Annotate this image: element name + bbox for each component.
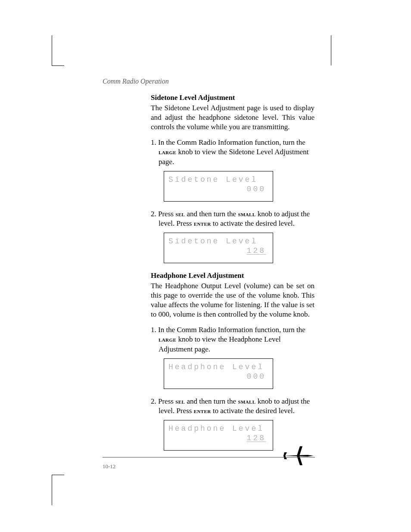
lcd-display-sidetone-000: Sidetone Level 000 bbox=[164, 171, 273, 202]
enter-label: enter bbox=[194, 408, 211, 414]
section2-step2: 2. Press sel and then turn the small kno… bbox=[151, 397, 314, 416]
step-text: 2. Press bbox=[151, 397, 175, 405]
step-text: and then turn the bbox=[185, 397, 238, 405]
footer-rule bbox=[103, 457, 315, 457]
section1-paragraph: The Sidetone Level Adjustment page is us… bbox=[151, 103, 314, 132]
lcd-line2: 128 bbox=[168, 433, 268, 443]
running-header: Comm Radio Operation bbox=[103, 78, 169, 85]
lcd-display-sidetone-128: Sidetone Level 128 bbox=[164, 233, 273, 263]
lcd-line1: Headphone Level bbox=[168, 424, 268, 434]
crop-mark-top-right bbox=[331, 35, 331, 65]
crop-mark-bottom-left bbox=[52, 475, 64, 505]
lcd-line1: Sidetone Level bbox=[168, 236, 268, 246]
lcd-line2: 000 bbox=[168, 184, 268, 194]
lcd-line2: 000 bbox=[168, 372, 268, 382]
lcd-display-headphone-128: Headphone Level 128 bbox=[164, 420, 273, 451]
page-number: 10-12 bbox=[103, 463, 115, 470]
sel-label: sel bbox=[175, 211, 185, 218]
lcd-display-headphone-000: Headphone Level 000 bbox=[164, 358, 273, 389]
small-knob-label: small bbox=[238, 211, 255, 218]
step-text: 1. In the Comm Radio Information functio… bbox=[151, 326, 305, 334]
page-body: Sidetone Level Adjustment The Sidetone L… bbox=[151, 90, 314, 458]
step-text: to activate the desired level. bbox=[211, 219, 295, 227]
step-text: 1. In the Comm Radio Information functio… bbox=[151, 138, 305, 146]
section1-step1: 1. In the Comm Radio Information functio… bbox=[151, 138, 314, 166]
crop-mark-top-left bbox=[52, 35, 64, 66]
lcd-line1: Headphone Level bbox=[168, 362, 268, 372]
large-knob-label: large bbox=[159, 149, 176, 156]
section-heading-headphone: Headphone Level Adjustment bbox=[151, 271, 314, 280]
section-heading-sidetone: Sidetone Level Adjustment bbox=[151, 93, 314, 103]
step-text: knob to view the Headphone Level Adjustm… bbox=[159, 335, 281, 353]
enter-label: enter bbox=[194, 220, 211, 227]
lcd-line2: 128 bbox=[168, 246, 268, 256]
step-text: 2. Press bbox=[151, 210, 175, 218]
lcd-line1: Sidetone Level bbox=[168, 175, 268, 185]
step-text: and then turn the bbox=[185, 210, 238, 218]
small-knob-label: small bbox=[238, 398, 255, 405]
large-knob-label: large bbox=[159, 336, 176, 343]
sel-label: sel bbox=[175, 398, 185, 405]
step-text: to activate the desired level. bbox=[211, 407, 295, 415]
section2-step1: 1. In the Comm Radio Information functio… bbox=[151, 325, 314, 354]
section1-step2: 2. Press sel and then turn the small kno… bbox=[151, 209, 314, 228]
step-text: knob to view the Sidetone Level Adjustme… bbox=[159, 148, 309, 165]
section2-paragraph: The Headphone Output Level (volume) can … bbox=[151, 281, 314, 319]
